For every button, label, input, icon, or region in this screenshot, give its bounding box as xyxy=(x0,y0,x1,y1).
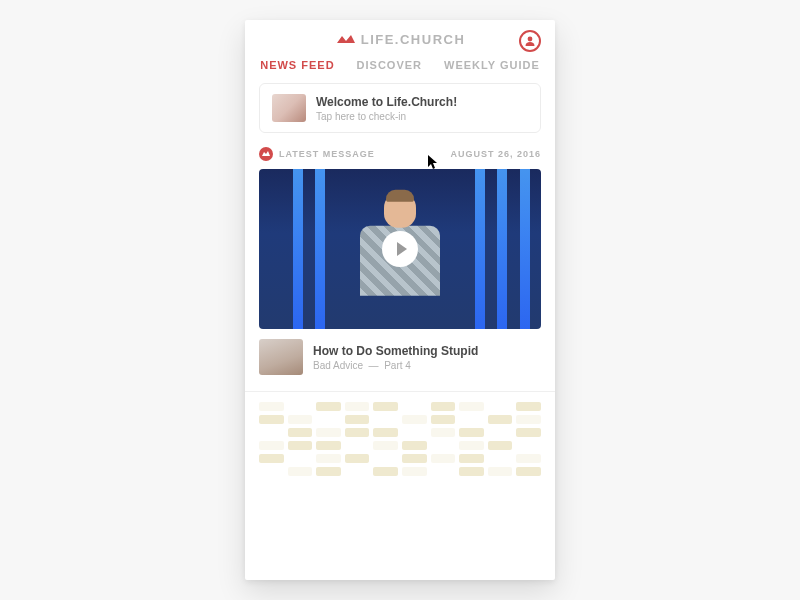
section-date: AUGUST 26, 2016 xyxy=(450,149,541,159)
nav-tabs: NEWS FEED DISCOVER WEEKLY GUIDE xyxy=(245,53,555,83)
tab-news-feed[interactable]: NEWS FEED xyxy=(260,59,334,71)
section-header-left: LATEST MESSAGE xyxy=(259,147,375,161)
profile-button[interactable] xyxy=(519,30,541,52)
stage-light xyxy=(315,169,325,329)
message-title: How to Do Something Stupid xyxy=(313,344,478,358)
section-badge-icon xyxy=(259,147,273,161)
stage-light xyxy=(520,169,530,329)
welcome-card[interactable]: Welcome to Life.Church! Tap here to chec… xyxy=(259,83,541,133)
message-meta[interactable]: How to Do Something Stupid Bad Advice — … xyxy=(245,329,555,391)
brand-name: LIFE.CHURCH xyxy=(361,32,466,47)
welcome-title: Welcome to Life.Church! xyxy=(316,95,457,109)
tab-weekly-guide[interactable]: WEEKLY GUIDE xyxy=(444,59,540,71)
message-thumbnail xyxy=(259,339,303,375)
brand-logo: LIFE.CHURCH xyxy=(335,32,466,47)
app-screen: LIFE.CHURCH NEWS FEED DISCOVER WEEKLY GU… xyxy=(245,20,555,580)
message-divider: — xyxy=(369,360,379,371)
profile-icon xyxy=(524,35,536,47)
brand-logo-icon xyxy=(335,34,357,46)
tab-discover[interactable]: DISCOVER xyxy=(357,59,422,71)
message-text-group: How to Do Something Stupid Bad Advice — … xyxy=(313,344,478,371)
video-thumbnail[interactable] xyxy=(259,169,541,329)
app-header: LIFE.CHURCH xyxy=(245,20,555,53)
stage-light xyxy=(293,169,303,329)
svg-point-0 xyxy=(528,37,533,42)
content-placeholder xyxy=(259,402,541,502)
message-series: Bad Advice xyxy=(313,360,363,371)
message-subtitle: Bad Advice — Part 4 xyxy=(313,360,478,371)
stage-light xyxy=(497,169,507,329)
welcome-subtitle: Tap here to check-in xyxy=(316,111,457,122)
welcome-thumbnail xyxy=(272,94,306,122)
placeholder-grid xyxy=(259,402,541,476)
stage-light xyxy=(475,169,485,329)
play-button[interactable] xyxy=(382,231,418,267)
section-header: LATEST MESSAGE AUGUST 26, 2016 xyxy=(245,147,555,169)
section-divider xyxy=(245,391,555,392)
message-part: Part 4 xyxy=(384,360,411,371)
welcome-text-group: Welcome to Life.Church! Tap here to chec… xyxy=(316,95,457,122)
section-label: LATEST MESSAGE xyxy=(279,149,375,159)
